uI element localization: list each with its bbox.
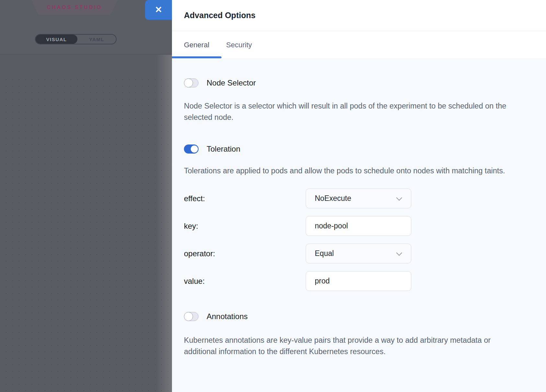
toggle-knob: [184, 78, 193, 87]
value-field-wrapper: [306, 271, 411, 291]
visual-tab[interactable]: VISUAL: [36, 35, 77, 44]
screen: CHAOS STUDIO VISUAL YAML ✕ Advanced Opti…: [0, 0, 546, 392]
operator-row: operator: Equal: [184, 244, 546, 263]
chevron-down-icon: [396, 250, 402, 256]
key-input[interactable]: [315, 222, 392, 230]
annotations-description: Kubernetes annotations are key-value pai…: [184, 335, 508, 357]
effect-row: effect: NoExecute: [184, 189, 546, 208]
canvas-dot-grid: [0, 75, 172, 392]
toleration-description: Tolerations are applied to pods and allo…: [184, 165, 508, 177]
toleration-row: Toleration: [184, 144, 546, 154]
value-input[interactable]: [315, 277, 392, 285]
tab-general[interactable]: General: [184, 41, 209, 49]
node-selector-toggle[interactable]: [184, 78, 199, 87]
key-label: key:: [184, 222, 306, 231]
yaml-tab[interactable]: YAML: [77, 35, 116, 44]
tab-security[interactable]: Security: [226, 41, 252, 49]
advanced-options-panel: Advanced Options General Security Node S…: [172, 0, 546, 392]
general-tab-content: Node Selector Node Selector is a selecto…: [172, 58, 546, 392]
close-drawer-button[interactable]: ✕: [145, 0, 172, 20]
chaos-studio-logo-text: CHAOS STUDIO: [47, 5, 102, 10]
toleration-toggle[interactable]: [184, 144, 199, 154]
experiment-canvas: [0, 55, 172, 392]
effect-label: effect:: [184, 194, 306, 203]
annotations-row: Annotations: [184, 312, 546, 321]
toggle-knob: [190, 145, 199, 153]
key-field-wrapper: [306, 216, 411, 236]
close-icon: ✕: [155, 6, 162, 14]
tabbar: General Security: [172, 31, 546, 58]
annotations-toggle[interactable]: [184, 312, 199, 321]
annotations-label: Annotations: [207, 312, 248, 321]
value-label: value:: [184, 277, 306, 286]
chaos-studio-logo: CHAOS STUDIO: [31, 0, 118, 15]
effect-select-value: NoExecute: [315, 194, 351, 203]
node-selector-description: Node Selector is a selector which will r…: [184, 100, 508, 123]
panel-edge-glow: [156, 55, 172, 392]
value-row: value:: [184, 271, 546, 291]
toleration-label: Toleration: [207, 144, 240, 154]
key-row: key:: [184, 216, 546, 236]
toggle-knob: [184, 312, 193, 321]
page-title: Advanced Options: [184, 11, 256, 20]
visual-yaml-toggle[interactable]: VISUAL YAML: [35, 34, 117, 44]
chevron-down-icon: [396, 195, 402, 201]
toleration-form: effect: NoExecute key: operator: Equa: [184, 189, 546, 291]
panel-header: Advanced Options: [172, 0, 546, 31]
node-selector-row: Node Selector: [184, 78, 546, 87]
node-selector-label: Node Selector: [207, 78, 256, 87]
background-app-dimmed: CHAOS STUDIO VISUAL YAML: [0, 0, 172, 392]
operator-select[interactable]: Equal: [306, 244, 411, 263]
operator-label: operator:: [184, 249, 306, 258]
operator-select-value: Equal: [315, 249, 334, 258]
effect-select[interactable]: NoExecute: [306, 189, 411, 208]
